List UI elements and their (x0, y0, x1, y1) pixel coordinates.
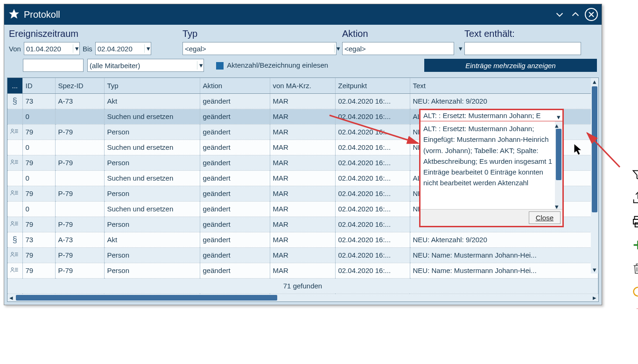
person-icon (10, 251, 19, 258)
add-button[interactable] (630, 237, 638, 253)
aktion-select[interactable] (342, 42, 454, 55)
person-icon (10, 159, 19, 165)
chevron-up-icon[interactable] (569, 8, 582, 21)
row-icon-cell (7, 201, 22, 217)
bis-label: Bis (83, 45, 92, 53)
bis-date-input[interactable] (95, 42, 151, 55)
ereigniszeitraum-label: Ereigniszeitraum (9, 28, 182, 39)
window-title: Protokoll (24, 9, 553, 20)
row-id-cell: 0 (22, 170, 55, 186)
chevron-up-icon[interactable]: ▴ (591, 78, 598, 85)
chevron-up-icon[interactable]: ▴ (555, 121, 562, 128)
scrollbar-thumb[interactable] (592, 86, 597, 212)
filter-button[interactable] (630, 167, 638, 183)
mehrzeilig-button[interactable]: Einträge mehrzeilig anzeigen (424, 59, 597, 72)
svg-point-15 (11, 222, 14, 224)
chevron-down-icon: ▾ (456, 44, 463, 53)
chevron-down-icon[interactable] (553, 8, 566, 21)
row-zeitpunkt-cell: 02.04.2020 16:... (335, 140, 410, 155)
row-icon-cell (7, 247, 22, 263)
col-aktion-header[interactable]: Aktion (200, 78, 270, 93)
row-icon-cell (7, 186, 22, 201)
protokoll-window: Protokoll Ereigniszeitraum Von ▾ (4, 4, 602, 305)
row-id-cell: 79 (22, 186, 55, 201)
row-aktion-cell: geändert (200, 247, 270, 263)
col-icon-header[interactable]: ... (7, 78, 22, 93)
row-aktion-cell: geändert (200, 232, 270, 247)
refresh-button[interactable] (630, 284, 638, 300)
row-ma-cell: MAR (270, 170, 335, 186)
row-spez-cell (55, 201, 104, 217)
row-spez-cell: P-79 (55, 217, 104, 232)
summary-count: 71 gefunden (7, 278, 598, 294)
row-id-cell: 79 (22, 217, 55, 232)
row-spez-cell: P-79 (55, 155, 104, 170)
chevron-down-icon[interactable]: ▾ (557, 113, 561, 121)
person-icon (10, 189, 19, 196)
row-text-cell: NEU: Name: Mustermann Johann-Hei... (410, 247, 598, 263)
table-row[interactable]: §73A-73AktgeändertMAR02.04.2020 16:...NE… (7, 232, 598, 247)
row-icon-cell: § (7, 232, 22, 247)
popup-preview: ALT: : Ersetzt: Mustermann Johann; E ▾ (421, 110, 562, 121)
row-spez-cell (55, 140, 104, 155)
person-icon (10, 220, 19, 227)
row-spez-cell: A-73 (55, 93, 104, 109)
row-ma-cell: MAR (270, 263, 335, 278)
row-text-cell: NEU: Name: Mustermann Johann-Hei... (410, 263, 598, 278)
row-id-cell: 73 (22, 232, 55, 247)
row-aktion-cell: geändert (200, 155, 270, 170)
row-typ-cell: Akt (104, 93, 200, 109)
col-text-header[interactable]: Text (410, 78, 598, 93)
popup-close-button[interactable]: Close (529, 211, 561, 224)
table-row[interactable]: 79P-79PersongeändertMAR02.04.2020 16:...… (7, 263, 598, 278)
delete-button[interactable] (630, 260, 638, 276)
row-ma-cell: MAR (270, 247, 335, 263)
col-id-header[interactable]: ID (22, 78, 55, 93)
export-button[interactable] (630, 190, 638, 206)
text-enthaelt-label: Text enthält: (464, 28, 597, 39)
table-row[interactable]: §73A-73AktgeändertMAR02.04.2020 16:...NE… (7, 93, 598, 109)
chevron-down-icon[interactable]: ▾ (555, 203, 562, 209)
col-ma-header[interactable]: von MA-Krz. (270, 78, 335, 93)
row-typ-cell: Person (104, 263, 200, 278)
row-zeitpunkt-cell: 02.04.2020 16:... (335, 217, 410, 232)
row-typ-cell: Person (104, 124, 200, 140)
row-id-cell: 79 (22, 124, 55, 140)
result-table: ... ID Spez-ID Typ Aktion von MA-Krz. Ze… (7, 77, 599, 302)
cancel-button[interactable] (630, 307, 638, 309)
quick-search-input[interactable] (23, 59, 84, 72)
popup-preview-text: ALT: : Ersetzt: Mustermann Johann; E (423, 112, 541, 119)
typ-label: Typ (182, 28, 341, 39)
text-enthaelt-input[interactable] (464, 42, 581, 55)
row-id-cell: 79 (22, 263, 55, 278)
von-date-input[interactable] (24, 42, 80, 55)
row-zeitpunkt-cell: 02.04.2020 16:... (335, 93, 410, 109)
close-window-icon[interactable] (585, 8, 598, 21)
horizontal-scrollbar[interactable]: ◂ ▸ (7, 294, 598, 301)
col-spez-header[interactable]: Spez-ID (55, 78, 104, 93)
row-aktion-cell: geändert (200, 186, 270, 201)
typ-select[interactable] (182, 42, 337, 55)
scrollbar-thumb[interactable] (556, 129, 561, 180)
chevron-left-icon[interactable]: ◂ (7, 294, 15, 301)
row-icon-cell (7, 217, 22, 232)
vertical-scrollbar[interactable]: ▴ ▾ (591, 78, 598, 273)
row-spez-cell: P-79 (55, 247, 104, 263)
svg-point-19 (11, 252, 14, 255)
aktenzahl-checkbox[interactable]: Aktenzahl/Bezeichnung einlesen (216, 61, 328, 70)
chevron-down-icon[interactable]: ▾ (591, 266, 598, 273)
row-spez-cell: P-79 (55, 186, 104, 201)
row-aktion-cell: geändert (200, 93, 270, 109)
table-row[interactable]: 79P-79PersongeändertMAR02.04.2020 16:...… (7, 247, 598, 263)
popup-full-text: ALT: : Ersetzt: Mustermann Johann; Einge… (421, 121, 555, 209)
popup-scrollbar[interactable]: ▴ ▾ (555, 121, 562, 209)
scrollbar-thumb[interactable] (16, 295, 277, 301)
svg-point-7 (11, 160, 14, 162)
chevron-right-icon[interactable]: ▸ (591, 294, 598, 301)
svg-point-3 (11, 129, 14, 132)
col-typ-header[interactable]: Typ (104, 78, 200, 93)
print-button[interactable] (630, 214, 638, 230)
col-zeitpunkt-header[interactable]: Zeitpunkt (335, 78, 410, 93)
row-aktion-cell: geändert (200, 109, 270, 124)
mitarbeiter-select[interactable] (87, 59, 204, 72)
